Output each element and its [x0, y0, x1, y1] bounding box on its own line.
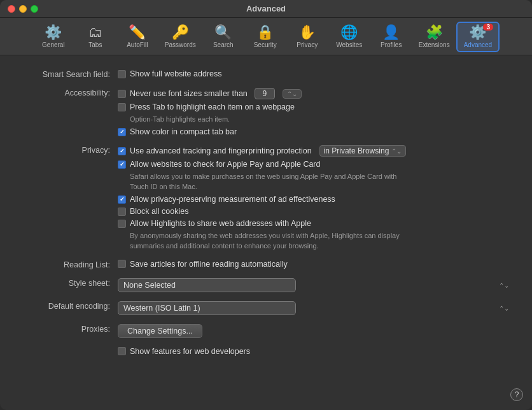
- help-button[interactable]: ?: [510, 388, 523, 401]
- ad-effectiveness-checkbox[interactable]: [118, 195, 126, 204]
- toolbar-item-privacy[interactable]: ✋ Privacy: [286, 23, 328, 51]
- advanced-badge: 3: [483, 24, 493, 31]
- toolbar-item-advanced[interactable]: 3 ⚙️ Advanced: [456, 22, 500, 52]
- highlights-row: Allow Highlights to share web addresses …: [118, 219, 513, 228]
- apple-pay-row: Allow websites to check for Apple Pay an…: [118, 160, 513, 169]
- window-title: Advanced: [246, 4, 286, 13]
- toolbar-item-tabs[interactable]: 🗂 Tabs: [74, 23, 116, 51]
- highlights-subtext: By anonymously sharing the web addresses…: [118, 231, 410, 251]
- passwords-icon: 🔑: [172, 25, 189, 39]
- encoding-content: Western (ISO Latin 1) Unicode (UTF-8): [118, 301, 513, 315]
- autofill-label: AutoFill: [127, 41, 148, 48]
- proxies-content: Change Settings...: [118, 324, 513, 338]
- toolbar-item-search[interactable]: 🔍 Search: [202, 23, 244, 51]
- reading-list-checkbox[interactable]: [118, 260, 126, 268]
- content-area: Smart Search field: Show full website ad…: [0, 55, 532, 410]
- encoding-row: Default encoding: Western (ISO Latin 1) …: [19, 301, 513, 315]
- smart-search-label: Smart Search field:: [19, 69, 118, 79]
- extensions-icon: 🧩: [426, 25, 443, 39]
- block-cookies-checkbox[interactable]: [118, 208, 126, 216]
- tab-highlight-row: Press Tab to highlight each item on a we…: [118, 102, 513, 111]
- minimize-button[interactable]: [19, 5, 27, 13]
- smart-search-checkbox-row: Show full website address: [118, 69, 513, 78]
- general-icon: ⚙️: [45, 25, 62, 39]
- tab-highlight-checkbox[interactable]: [118, 103, 126, 111]
- window: Advanced ⚙️ General 🗂 Tabs ✏️ AutoFill 🔑…: [0, 0, 532, 410]
- search-label: Search: [213, 41, 234, 48]
- profiles-label: Profiles: [381, 41, 402, 48]
- proxies-button-wrapper: Change Settings...: [118, 324, 513, 338]
- developer-row: Show features for web developers: [19, 347, 513, 356]
- compact-tab-label: Show color in compact tab bar: [130, 127, 237, 136]
- toolbar-item-websites[interactable]: 🌐 Websites: [328, 23, 370, 51]
- developer-checkbox[interactable]: [118, 347, 126, 355]
- font-size-dropdown[interactable]: ⌃⌄: [283, 89, 302, 99]
- apple-pay-subtext: Safari allows you to make purchases on t…: [118, 172, 410, 192]
- encoding-label: Default encoding:: [19, 301, 118, 311]
- privacy-row: Privacy: Use advanced tracking and finge…: [19, 145, 513, 251]
- websites-icon: 🌐: [340, 25, 358, 39]
- toolbar-item-extensions[interactable]: 🧩 Extensions: [412, 23, 456, 51]
- reading-list-label: Reading List:: [19, 260, 118, 269]
- encoding-select[interactable]: Western (ISO Latin 1) Unicode (UTF-8): [118, 301, 296, 315]
- font-size-row: Never use font sizes smaller than ⌃⌄: [118, 88, 513, 99]
- accessibility-row: Accessibility: Never use font sizes smal…: [19, 88, 513, 136]
- proxies-row: Proxies: Change Settings...: [19, 324, 513, 338]
- tabs-label: Tabs: [88, 41, 102, 48]
- change-settings-button[interactable]: Change Settings...: [118, 324, 202, 338]
- block-cookies-label: Block all cookies: [130, 207, 188, 216]
- compact-tab-row: Show color in compact tab bar: [118, 127, 513, 136]
- block-cookies-row: Block all cookies: [118, 207, 513, 216]
- smart-search-row: Smart Search field: Show full website ad…: [19, 69, 513, 79]
- reading-list-content: Save articles for offline reading automa…: [118, 260, 513, 269]
- highlights-checkbox[interactable]: [118, 220, 126, 228]
- advanced-label: Advanced: [464, 41, 492, 48]
- font-size-checkbox[interactable]: [118, 90, 126, 98]
- ad-effectiveness-row: Allow privacy-preserving measurement of …: [118, 195, 513, 204]
- stylesheet-select[interactable]: None Selected Custom...: [118, 278, 296, 292]
- tracking-dropdown[interactable]: in Private Browsing ⌃⌄: [319, 145, 407, 157]
- autofill-icon: ✏️: [129, 25, 146, 39]
- privacy-label: Privacy:: [19, 145, 118, 155]
- reading-list-checkbox-label: Save articles for offline reading automa…: [130, 260, 288, 269]
- tracking-checkbox[interactable]: [118, 147, 126, 155]
- title-bar: Advanced: [0, 0, 532, 18]
- toolbar: ⚙️ General 🗂 Tabs ✏️ AutoFill 🔑 Password…: [0, 18, 532, 55]
- websites-label: Websites: [336, 41, 362, 48]
- tracking-dropdown-arrow: ⌃⌄: [391, 148, 402, 155]
- dropdown-arrow: ⌃⌄: [287, 90, 297, 97]
- toolbar-item-autofill[interactable]: ✏️ AutoFill: [116, 23, 158, 51]
- reading-list-checkbox-row: Save articles for offline reading automa…: [118, 260, 513, 269]
- toolbar-item-general[interactable]: ⚙️ General: [32, 23, 74, 51]
- encoding-select-wrapper: Western (ISO Latin 1) Unicode (UTF-8): [118, 301, 513, 315]
- font-size-label: Never use font sizes smaller than: [130, 89, 248, 98]
- stylesheet-label: Style sheet:: [19, 278, 118, 288]
- smart-search-checkbox[interactable]: [118, 70, 126, 78]
- tab-highlight-label: Press Tab to highlight each item on a we…: [130, 102, 295, 111]
- smart-search-checkbox-label: Show full website address: [130, 69, 222, 78]
- highlights-label: Allow Highlights to share web addresses …: [130, 219, 311, 228]
- apple-pay-checkbox[interactable]: [118, 160, 126, 169]
- compact-tab-checkbox[interactable]: [118, 128, 126, 136]
- developer-checkbox-label: Show features for web developers: [130, 347, 250, 356]
- tab-highlight-subtext: Option-Tab highlights each item.: [118, 115, 410, 124]
- toolbar-item-passwords[interactable]: 🔑 Passwords: [158, 23, 202, 51]
- window-controls: [8, 5, 38, 13]
- developer-checkbox-row: Show features for web developers: [118, 347, 513, 356]
- security-label: Security: [254, 41, 277, 48]
- search-icon: 🔍: [214, 25, 232, 39]
- toolbar-item-profiles[interactable]: 👤 Profiles: [370, 23, 412, 51]
- accessibility-label: Accessibility:: [19, 88, 118, 97]
- ad-effectiveness-label: Allow privacy-preserving measurement of …: [130, 195, 335, 204]
- close-button[interactable]: [8, 5, 15, 13]
- accessibility-content: Never use font sizes smaller than ⌃⌄ Pre…: [118, 88, 513, 136]
- apple-pay-label: Allow websites to check for Apple Pay an…: [130, 160, 320, 169]
- developer-content: Show features for web developers: [118, 347, 513, 356]
- toolbar-item-security[interactable]: 🔒 Security: [244, 23, 286, 51]
- privacy-icon: ✋: [298, 25, 316, 39]
- general-label: General: [42, 41, 65, 48]
- font-size-input[interactable]: [255, 88, 275, 99]
- tracking-row: Use advanced tracking and fingerprinting…: [118, 145, 513, 157]
- privacy-content: Use advanced tracking and fingerprinting…: [118, 145, 513, 251]
- maximize-button[interactable]: [31, 5, 38, 13]
